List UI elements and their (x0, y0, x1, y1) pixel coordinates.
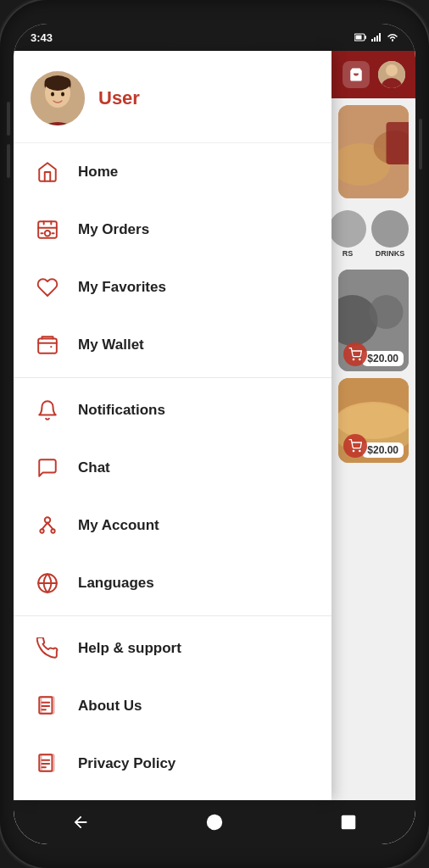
svg-point-48 (353, 450, 354, 451)
recent-apps-button[interactable] (333, 807, 364, 837)
menu-label-help-support: Help & support (78, 640, 181, 657)
food-card-3: $20.00 (338, 378, 409, 463)
menu-item-languages[interactable]: Languages (14, 554, 332, 612)
category-chip-drinks: DRINKS (371, 210, 409, 258)
phone-screen: 3:43 (14, 24, 415, 844)
menu-section-1: Home My Orders My Favorites (14, 143, 332, 374)
menu-item-my-favorites[interactable]: My Favorites (14, 259, 332, 316)
drawer-header: User (14, 51, 332, 143)
svg-point-44 (359, 359, 360, 359)
divider-1 (14, 377, 332, 378)
bottom-nav (14, 800, 415, 844)
cart-icon (348, 67, 364, 82)
category-circle-drinks (371, 210, 409, 248)
globe-icon (34, 570, 61, 597)
wallet-icon (34, 331, 61, 359)
avatar (31, 71, 85, 125)
menu-label-notifications: Notifications (78, 402, 165, 419)
svg-rect-4 (374, 37, 376, 42)
signal-icon (371, 33, 382, 42)
status-icons (354, 33, 398, 42)
menu-item-notifications[interactable]: Notifications (14, 381, 332, 439)
food-card-2: $20.00 (338, 270, 409, 371)
home-icon (34, 159, 61, 186)
svg-rect-1 (365, 36, 367, 39)
privacy-icon (34, 750, 61, 777)
svg-rect-3 (371, 39, 373, 42)
menu-item-privacy-policy[interactable]: Privacy Policy (14, 735, 332, 793)
svg-point-12 (61, 92, 64, 97)
user-avatar-icon (378, 61, 405, 88)
lock-icon (354, 33, 366, 42)
menu-item-help-support[interactable]: Help & support (14, 620, 332, 677)
cart-overlay-2[interactable] (343, 434, 367, 458)
volume-up-button[interactable] (7, 102, 10, 136)
menu-label-my-wallet: My Wallet (78, 337, 144, 353)
svg-point-14 (45, 231, 51, 236)
svg-point-50 (207, 815, 222, 830)
menu-item-my-wallet[interactable]: My Wallet (14, 316, 332, 374)
phone-frame: 3:43 (0, 0, 429, 868)
category-chip-rs: RS (332, 210, 366, 258)
menu-item-chat[interactable]: Chat (14, 439, 332, 497)
wifi-icon (387, 33, 398, 42)
chat-icon (34, 454, 61, 481)
svg-line-19 (42, 523, 48, 530)
price-badge-2: $20.00 (362, 442, 404, 458)
cart-small-icon-2 (348, 439, 362, 453)
cart-overlay-1[interactable] (343, 342, 367, 366)
user-avatar-bg (378, 61, 405, 88)
svg-rect-51 (342, 815, 356, 830)
menu-section-3: Help & support About Us Priv (14, 620, 332, 793)
menu-label-my-favorites: My Favorites (78, 279, 166, 296)
svg-point-49 (359, 450, 360, 451)
category-label-drinks: DRINKS (376, 249, 405, 258)
menu-label-my-account: My Account (78, 517, 159, 534)
background-app: RS DRINKS $20.00 (332, 51, 415, 800)
square-icon (339, 813, 358, 832)
power-button[interactable] (419, 119, 422, 170)
back-icon (71, 813, 90, 832)
app-bg-header (332, 51, 415, 98)
drawer: User Home M (14, 51, 332, 800)
category-circle-rs (332, 210, 366, 248)
menu-label-languages: Languages (78, 575, 154, 592)
food-image-1 (338, 105, 409, 198)
svg-rect-15 (38, 338, 57, 353)
home-nav-button[interactable] (199, 807, 230, 837)
menu-label-home: Home (78, 164, 118, 181)
screen-content: User Home M (14, 51, 415, 800)
menu-label-privacy-policy: Privacy Policy (78, 755, 176, 772)
account-icon (34, 512, 61, 539)
back-button[interactable] (65, 807, 96, 837)
home-circle-icon (205, 813, 224, 832)
svg-point-42 (370, 295, 404, 329)
volume-down-button[interactable] (7, 144, 10, 178)
svg-point-8 (36, 122, 80, 125)
category-label-rs: RS (343, 249, 354, 258)
heart-icon (34, 274, 61, 301)
avatar-image (31, 71, 85, 125)
svg-rect-6 (379, 33, 381, 42)
svg-point-34 (386, 64, 398, 76)
menu-label-chat: Chat (78, 459, 110, 476)
orders-icon (34, 216, 61, 243)
cart-small-icon (348, 348, 362, 361)
menu-item-about-us[interactable]: About Us (14, 677, 332, 735)
notch (164, 24, 265, 44)
menu-item-home[interactable]: Home (14, 143, 332, 201)
price-badge-1: $20.00 (362, 351, 404, 366)
category-row: RS DRINKS (332, 205, 415, 263)
menu-label-my-orders: My Orders (78, 221, 149, 238)
svg-point-43 (353, 359, 354, 359)
svg-line-20 (47, 523, 53, 530)
status-time: 3:43 (31, 31, 53, 44)
svg-rect-5 (376, 36, 378, 42)
menu-item-my-account[interactable]: My Account (14, 497, 332, 554)
username: User (98, 87, 140, 109)
bell-icon (34, 397, 61, 424)
menu-section-2: Notifications Chat (14, 381, 332, 612)
svg-rect-2 (356, 36, 362, 40)
menu-item-my-orders[interactable]: My Orders (14, 201, 332, 259)
about-icon (34, 693, 61, 720)
